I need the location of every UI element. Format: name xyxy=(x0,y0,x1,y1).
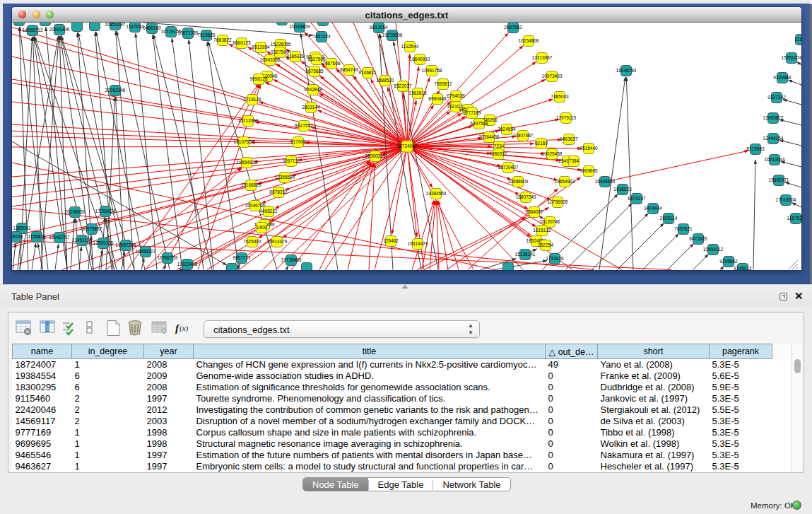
svg-text:6479197: 6479197 xyxy=(628,196,646,201)
svg-text:1156829: 1156829 xyxy=(28,234,46,239)
svg-text:4498222: 4498222 xyxy=(259,209,278,214)
svg-text:15751074: 15751074 xyxy=(782,55,801,60)
svg-text:15226055: 15226055 xyxy=(271,42,291,47)
svg-text:10025438: 10025438 xyxy=(542,151,563,156)
svg-text:2087652: 2087652 xyxy=(504,25,522,30)
svg-text:10853287: 10853287 xyxy=(105,23,126,27)
svg-text:2718126: 2718126 xyxy=(243,97,261,102)
svg-text:19314479: 19314479 xyxy=(408,241,428,246)
svg-text:8990448: 8990448 xyxy=(428,96,447,101)
svg-text:1385061: 1385061 xyxy=(13,226,31,230)
svg-text:8471626: 8471626 xyxy=(689,236,707,241)
svg-text:12444154: 12444154 xyxy=(763,136,784,141)
svg-text:19718485: 19718485 xyxy=(281,257,302,262)
svg-text:7663822: 7663822 xyxy=(213,37,232,42)
svg-text:8427552: 8427552 xyxy=(295,123,313,128)
svg-text:8454749: 8454749 xyxy=(340,67,358,72)
svg-text:62160: 62160 xyxy=(535,141,548,146)
svg-text:11451194: 11451194 xyxy=(72,238,92,243)
svg-text:(x): (x) xyxy=(180,324,189,333)
svg-text:12093872: 12093872 xyxy=(763,115,784,120)
svg-text:8912954: 8912954 xyxy=(252,45,270,49)
svg-text:39159: 39159 xyxy=(12,234,23,239)
svg-text:3624554: 3624554 xyxy=(498,127,516,132)
svg-text:8878332: 8878332 xyxy=(269,189,288,194)
svg-text:10756928: 10756928 xyxy=(548,199,568,204)
svg-text:10973493: 10973493 xyxy=(542,74,563,78)
svg-text:7485003: 7485003 xyxy=(551,94,569,99)
svg-text:12505135: 12505135 xyxy=(93,240,114,245)
svg-text:19654923: 19654923 xyxy=(237,160,257,165)
svg-text:19654923: 19654923 xyxy=(555,179,575,184)
svg-text:3267130: 3267130 xyxy=(282,158,300,163)
svg-text:7515526: 7515526 xyxy=(197,33,216,37)
svg-text:9227342: 9227342 xyxy=(767,95,786,100)
svg-text:15692971: 15692971 xyxy=(769,177,789,182)
svg-text:9474444: 9474444 xyxy=(644,206,662,211)
svg-text:1362615: 1362615 xyxy=(408,90,427,95)
svg-text:9857771: 9857771 xyxy=(233,255,251,260)
svg-text:8322037: 8322037 xyxy=(394,83,412,88)
svg-text:19218596: 19218596 xyxy=(382,33,403,37)
svg-text:10654112: 10654112 xyxy=(703,247,724,252)
svg-text:7632621: 7632621 xyxy=(674,226,693,231)
svg-text:20053346: 20053346 xyxy=(105,88,126,93)
svg-text:16033809: 16033809 xyxy=(290,24,310,29)
svg-text:7384: 7384 xyxy=(569,158,579,163)
svg-text:7857224: 7857224 xyxy=(312,34,331,39)
svg-text:16210643: 16210643 xyxy=(765,157,785,162)
svg-text:11355594: 11355594 xyxy=(275,175,295,180)
svg-text:2667608: 2667608 xyxy=(322,61,341,66)
svg-text:7625402: 7625402 xyxy=(243,239,261,244)
svg-text:1527602: 1527602 xyxy=(126,24,144,29)
svg-text:12213369: 12213369 xyxy=(238,118,259,123)
svg-text:16543352: 16543352 xyxy=(260,57,281,62)
svg-text:7955812: 7955812 xyxy=(434,81,452,86)
svg-text:16914479: 16914479 xyxy=(267,239,288,244)
svg-text:8186328: 8186328 xyxy=(286,54,305,59)
svg-text:8215953: 8215953 xyxy=(746,146,765,151)
svg-text:19384554: 19384554 xyxy=(426,191,447,196)
svg-text:9245652: 9245652 xyxy=(719,259,738,264)
svg-text:6466160: 6466160 xyxy=(143,25,161,30)
svg-text:9515440: 9515440 xyxy=(579,146,598,151)
svg-text:7986322: 7986322 xyxy=(489,151,507,156)
svg-text:252254: 252254 xyxy=(538,243,553,247)
svg-text:8660123: 8660123 xyxy=(233,40,251,45)
svg-text:9242848: 9242848 xyxy=(304,87,322,92)
svg-text:2935114: 2935114 xyxy=(660,216,678,221)
svg-text:1733426: 1733426 xyxy=(546,256,564,261)
svg-text:25300215: 25300215 xyxy=(365,153,386,158)
svg-text:10671355: 10671355 xyxy=(178,30,199,35)
svg-text:9329966: 9329966 xyxy=(773,75,792,80)
svg-text:11175: 11175 xyxy=(794,37,801,42)
svg-text:1588520: 1588520 xyxy=(376,78,394,83)
svg-text:10807487: 10807487 xyxy=(513,133,534,138)
svg-text:16107553: 16107553 xyxy=(234,139,254,144)
svg-text:9899695: 9899695 xyxy=(579,168,598,173)
svg-text:20206536: 20206536 xyxy=(65,209,86,214)
svg-text:1167533: 1167533 xyxy=(787,216,801,221)
svg-text:16782759: 16782759 xyxy=(158,255,178,260)
svg-text:18724007: 18724007 xyxy=(397,144,418,148)
svg-text:7234: 7234 xyxy=(494,144,505,148)
svg-text:10958107: 10958107 xyxy=(136,249,156,254)
svg-text:19166829: 19166829 xyxy=(241,182,261,187)
svg-text:10046766: 10046766 xyxy=(245,203,266,208)
svg-text:20364436: 20364436 xyxy=(479,134,500,139)
svg-text:12975115: 12975115 xyxy=(556,115,577,120)
svg-text:6497568: 6497568 xyxy=(470,121,488,126)
svg-text:1409: 1409 xyxy=(257,225,267,230)
svg-text:6794028: 6794028 xyxy=(447,93,465,98)
svg-text:9245012: 9245012 xyxy=(734,266,752,270)
svg-text:1615132: 1615132 xyxy=(533,228,551,233)
svg-text:20691406: 20691406 xyxy=(49,27,70,32)
svg-text:15136141: 15136141 xyxy=(515,252,536,257)
svg-text:125462: 125462 xyxy=(383,238,399,243)
svg-text:3675685: 3675685 xyxy=(305,69,324,74)
svg-text:17957225: 17957225 xyxy=(116,243,136,247)
svg-text:12942757: 12942757 xyxy=(49,235,70,240)
svg-text:16640910: 16640910 xyxy=(410,57,430,62)
svg-text:9777169: 9777169 xyxy=(463,110,481,115)
svg-text:11923445: 11923445 xyxy=(177,262,198,267)
